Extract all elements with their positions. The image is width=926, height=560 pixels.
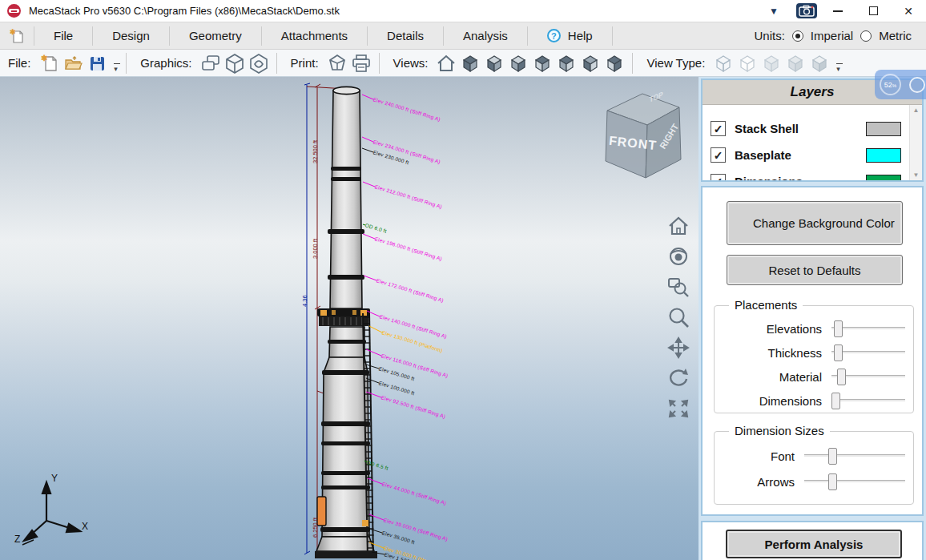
menu-item-analysis[interactable]: Analysis: [444, 22, 527, 49]
arrows-slider[interactable]: [804, 480, 905, 483]
menu-item-label: Details: [387, 29, 424, 42]
print-3d-icon[interactable]: [327, 53, 348, 74]
elevation-leader-line: [362, 148, 373, 152]
rotate-icon[interactable]: [666, 367, 690, 389]
toolbar: File: ✱ ▾ Graphics: Print: Views: View T…: [0, 50, 926, 77]
material-slider[interactable]: [831, 375, 905, 378]
cube-front-left-icon[interactable]: [484, 53, 505, 74]
zoom-icon[interactable]: [666, 306, 690, 328]
view-type-group-label: View Type:: [646, 56, 705, 70]
change-background-color-button[interactable]: Change Background Color: [727, 201, 903, 245]
titlebar-menu-caret-icon[interactable]: ▼: [769, 6, 779, 17]
slider-thumb[interactable]: [834, 320, 843, 337]
view-nav-toolbar: [666, 215, 694, 420]
toolbar-separator: [379, 53, 380, 74]
close-button[interactable]: ✕: [891, 0, 926, 22]
zoom-window-icon[interactable]: [666, 276, 690, 298]
graphics-group-label: Graphics:: [140, 56, 191, 70]
slider-label: Arrows: [721, 475, 795, 489]
wireframe-model-icon[interactable]: [248, 53, 269, 74]
menu-item-details[interactable]: Details: [368, 22, 443, 49]
menu-item-attachments[interactable]: Attachments: [262, 22, 367, 49]
layer-checkbox[interactable]: ✓: [711, 147, 726, 163]
elevation-leader-line: [363, 224, 365, 225]
menu-item-geometry[interactable]: Geometry: [170, 22, 261, 49]
flat-cube-icon[interactable]: [761, 53, 782, 74]
scroll-down-icon[interactable]: ▼: [913, 171, 920, 179]
rendered-cube-icon[interactable]: [809, 53, 830, 74]
layer-checkbox[interactable]: ✓: [711, 174, 726, 180]
open-file-icon[interactable]: [62, 53, 83, 74]
access-door: [317, 497, 326, 526]
elevation-leader-line: [368, 478, 382, 484]
thickness-slider[interactable]: [831, 351, 905, 354]
layers-scrollbar[interactable]: ▲ ▼: [909, 105, 922, 180]
copy-view-icon[interactable]: [200, 53, 221, 74]
slider-thumb[interactable]: [837, 369, 846, 385]
layer-color-swatch[interactable]: [866, 122, 901, 136]
save-file-icon[interactable]: [87, 53, 107, 74]
fit-view-icon[interactable]: [666, 397, 690, 420]
app-logo-icon: [7, 4, 21, 18]
units-radio-metric[interactable]: [860, 30, 872, 42]
title-bar: MecaStack Pro v5630 C:\Program Files (x8…: [0, 0, 926, 22]
menu-item-design[interactable]: Design: [93, 22, 169, 49]
reset-to-defaults-button[interactable]: Reset to Defaults: [727, 255, 903, 285]
home-view-icon[interactable]: [436, 53, 457, 74]
font-slider[interactable]: [804, 454, 905, 457]
orbit-eye-icon[interactable]: [666, 245, 690, 268]
snapshot-button[interactable]: [796, 3, 817, 18]
solid-model-icon[interactable]: [224, 53, 245, 74]
slider-thumb[interactable]: [828, 448, 837, 465]
battery-percent-badge: 52%: [880, 74, 901, 95]
cube-bottom-icon[interactable]: [580, 53, 601, 74]
elevation-leader-line: [367, 311, 380, 316]
maximize-button[interactable]: [856, 0, 891, 22]
scroll-up-icon[interactable]: ▲: [913, 107, 920, 114]
toolbar-overflow-icon[interactable]: ▾: [836, 63, 843, 77]
menu-item-help[interactable]: ?Help: [528, 22, 612, 49]
dimension-sizes-group: Dimension Sizes FontArrows: [714, 431, 914, 505]
elevation-leader-line: [369, 514, 384, 520]
hidden-line-cube-icon[interactable]: [737, 53, 758, 74]
layer-label: Dimensions: [735, 175, 803, 180]
cube-back-right-icon[interactable]: [556, 53, 577, 74]
3d-viewport[interactable]: Elev 240.000 ft (Stiff Ring A)Elev 234.0…: [0, 77, 699, 560]
printer-icon[interactable]: [351, 53, 372, 74]
dimension-label: 4.36: [301, 295, 308, 307]
elevations-slider[interactable]: [831, 327, 905, 330]
cube-back-left-icon[interactable]: [532, 53, 553, 74]
perform-analysis-button[interactable]: Perform Analysis: [726, 530, 902, 558]
slider-thumb[interactable]: [834, 344, 843, 361]
wireframe-cube-icon[interactable]: [713, 53, 734, 74]
cube-front-right-icon[interactable]: [508, 53, 529, 74]
elevation-leader-line: [366, 349, 381, 356]
cube-iso-icon[interactable]: [460, 53, 481, 74]
dimensions-slider[interactable]: [831, 399, 905, 402]
slider-thumb[interactable]: [831, 393, 840, 409]
slider-thumb[interactable]: [828, 473, 837, 490]
pan-icon[interactable]: [666, 336, 690, 359]
cube-corner-icon[interactable]: [604, 53, 625, 74]
units-radio-imperial[interactable]: [792, 30, 803, 42]
layer-color-swatch[interactable]: [866, 148, 901, 163]
new-file-icon[interactable]: ✱: [38, 53, 59, 74]
slider-row-thickness: Thickness: [721, 343, 905, 362]
layer-color-swatch[interactable]: [866, 175, 901, 181]
elevation-leader-line: [362, 137, 373, 142]
home-icon[interactable]: [666, 215, 690, 237]
slider-row-material: Material: [721, 367, 905, 386]
elevation-leader-line: [362, 95, 373, 99]
shaded-cube-icon[interactable]: [785, 53, 806, 74]
elevation-annotation: Elev 196.000 ft (Stiff Ring A): [374, 236, 443, 261]
new-project-icon[interactable]: ✱: [10, 28, 24, 44]
units-selector: Units: ImperialMetric: [754, 29, 926, 42]
menu-item-file[interactable]: File: [34, 22, 92, 49]
file-group-overflow-icon[interactable]: ▾: [114, 63, 120, 77]
layer-checkbox[interactable]: ✓: [711, 121, 726, 136]
elevation-annotation: Elev 240.000 ft (Stiff Ring A): [372, 96, 441, 122]
slider-label: Elevations: [721, 322, 822, 336]
annotation-lines: [0, 77, 699, 560]
minimize-button[interactable]: [820, 0, 856, 22]
orientation-cube[interactable]: FRONT RIGHT TOP: [596, 83, 687, 181]
